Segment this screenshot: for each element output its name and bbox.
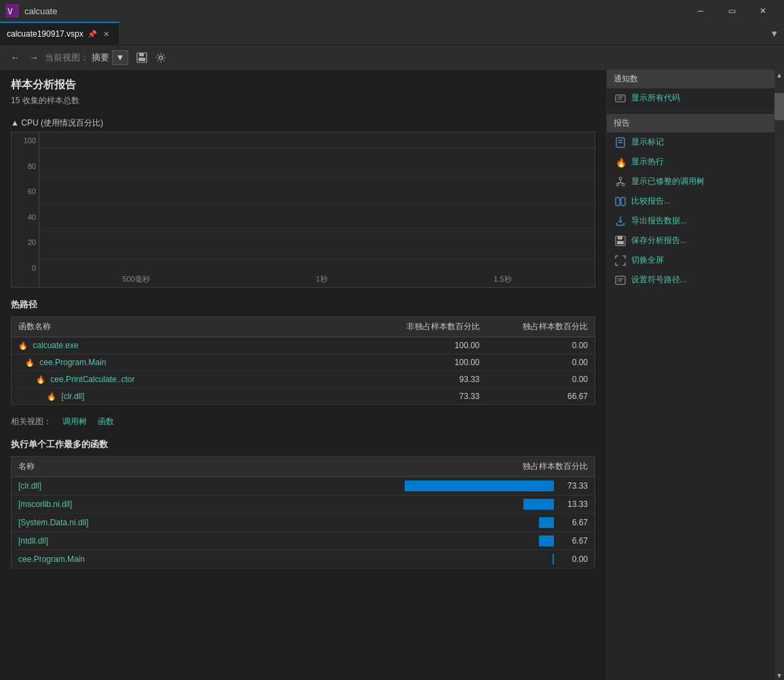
hotpath-inclusive-3: 73.33 xyxy=(378,388,487,405)
func-link-4[interactable]: cee.Program.Main xyxy=(18,554,85,564)
scrollbar: ▲ ▼ xyxy=(774,70,784,680)
grid-line-4 xyxy=(39,231,595,232)
scroll-down-button[interactable]: ▼ xyxy=(774,670,784,680)
func-bar-cell-3: 6.67 xyxy=(398,535,589,546)
sidebar-separator-1 xyxy=(607,111,774,111)
hotpath-func-name-0: 🔥 calcuate.exe xyxy=(12,337,378,354)
view-dropdown-button[interactable]: ▼ xyxy=(112,50,128,65)
tab-calcuate[interactable]: calcuate190917.vspx 📌 ✕ xyxy=(0,22,119,45)
save-report-label: 保存分析报告... xyxy=(631,235,687,246)
func-bar-cell-4: 0.00 xyxy=(398,554,589,565)
func-link-1[interactable]: [mscorlib.ni.dll] xyxy=(18,499,72,509)
view-prefix-label: 当前视图： xyxy=(45,52,89,64)
related-functions-link[interactable]: 函数 xyxy=(98,416,114,428)
y-label-100: 100 xyxy=(14,136,36,145)
show-all-code-label: 显示所有代码 xyxy=(631,92,680,104)
y-axis: 100 80 60 40 20 0 xyxy=(12,132,39,287)
sidebar-compare-reports[interactable]: 比较报告... xyxy=(607,191,774,211)
svg-line-17 xyxy=(618,183,620,183)
restore-button[interactable]: ▭ xyxy=(716,0,747,22)
settings-button[interactable] xyxy=(153,50,169,66)
report-header: 样本分析报告 15 收集的样本总数 xyxy=(11,78,595,107)
hotpath-func-link-0[interactable]: calcuate.exe xyxy=(33,341,78,350)
close-button[interactable]: ✕ xyxy=(747,0,779,22)
chart-area: 500毫秒 1秒 1.5秒 xyxy=(39,132,595,287)
hotpath-exclusive-2: 0.00 xyxy=(487,371,595,388)
func-bar-0 xyxy=(405,480,554,491)
grid-line-5 xyxy=(39,259,595,260)
show-marks-icon xyxy=(615,137,626,148)
svg-point-15 xyxy=(622,183,624,186)
table-row: [clr.dll]73.33 xyxy=(12,477,595,495)
func-display-value-4: 0.00 xyxy=(559,554,588,564)
related-calltree-link[interactable]: 调用树 xyxy=(62,416,87,428)
func-name-4: cee.Program.Main xyxy=(12,550,392,569)
sidebar-symbol-path[interactable]: 设置符号路径... xyxy=(607,270,774,290)
x-label-1s: 1秒 xyxy=(316,274,327,284)
hotpath-section: 热路径 函数名称 非独占样本数百分比 独占样本数百分比 xyxy=(11,299,595,405)
hotpath-exclusive-3: 66.67 xyxy=(487,388,595,405)
svg-point-14 xyxy=(616,183,619,186)
x-label-1-5s: 1.5秒 xyxy=(493,274,511,284)
func-name-0: [clr.dll] xyxy=(12,477,392,495)
svg-rect-20 xyxy=(621,197,625,206)
sidebar-export-data[interactable]: 导出报告数据... xyxy=(607,211,774,231)
table-row: 🔥 cee.PrintCalculate..ctor 93.33 0.00 xyxy=(12,371,595,388)
content-area: 样本分析报告 15 收集的样本总数 ▲ CPU (使用情况百分比) 100 80… xyxy=(0,70,606,680)
svg-rect-3 xyxy=(139,53,144,56)
sidebar: 通知数 显示所有代码 报告 显示标记 🔥 显示热行 显示已修整的调用树 xyxy=(606,70,774,680)
related-views: 相关视图： 调用树 函数 xyxy=(11,416,595,428)
sidebar-show-hot-lines[interactable]: 🔥 显示热行 xyxy=(607,152,774,172)
sidebar-report-header: 报告 xyxy=(607,114,774,132)
func-link-3[interactable]: [ntdll.dll] xyxy=(18,536,48,546)
show-hot-lines-label: 显示热行 xyxy=(631,156,664,168)
sidebar-show-all-code[interactable]: 显示所有代码 xyxy=(607,88,774,108)
y-label-40: 40 xyxy=(14,213,36,221)
sidebar-fullscreen[interactable]: 切换全屏 xyxy=(607,250,774,270)
svg-rect-23 xyxy=(618,236,622,240)
forward-button[interactable]: → xyxy=(26,50,42,66)
hotpath-func-link-1[interactable]: cee.Program.Main xyxy=(39,358,106,367)
table-row: 🔥 calcuate.exe 100.00 0.00 xyxy=(12,337,595,354)
hotpath-func-link-3[interactable]: [clr.dll] xyxy=(61,392,84,401)
table-row: [ntdll.dll]6.67 xyxy=(12,532,595,550)
func-bar-1 xyxy=(523,499,554,510)
functions-section: 执行单个工作最多的函数 名称 独占样本数百分比 [clr.dll]73.33[m… xyxy=(11,438,595,569)
export-data-label: 导出报告数据... xyxy=(631,215,687,227)
scroll-up-button[interactable]: ▲ xyxy=(774,70,784,79)
func-name-2: [System.Data.ni.dll] xyxy=(12,514,392,532)
func-bar-cell-0: 73.33 xyxy=(398,480,589,491)
fullscreen-label: 切换全屏 xyxy=(631,254,664,266)
save-button[interactable] xyxy=(134,50,150,66)
related-views-label: 相关视图： xyxy=(11,416,52,428)
table-row: 🔥 [clr.dll] 73.33 66.67 xyxy=(12,388,595,405)
tab-dropdown-button[interactable]: ▼ xyxy=(764,22,784,45)
functions-table-body: [clr.dll]73.33[mscorlib.ni.dll]13.33[Sys… xyxy=(12,477,595,569)
hotpath-func-name-1: 🔥 cee.Program.Main xyxy=(12,354,378,371)
scrollbar-thumb[interactable] xyxy=(774,93,784,120)
table-row: 🔥 cee.Program.Main 100.00 0.00 xyxy=(12,354,595,371)
minimize-button[interactable]: ─ xyxy=(685,0,716,22)
tab-close-button[interactable]: ✕ xyxy=(101,29,112,39)
hotpath-func-link-2[interactable]: cee.PrintCalculate..ctor xyxy=(50,375,134,384)
table-row: cee.Program.Main0.00 xyxy=(12,550,595,569)
func-link-2[interactable]: [System.Data.ni.dll] xyxy=(18,518,88,527)
sidebar-show-marks[interactable]: 显示标记 xyxy=(607,132,774,152)
show-hot-lines-icon: 🔥 xyxy=(615,157,626,168)
y-label-20: 20 xyxy=(14,238,36,246)
sidebar-show-calltree[interactable]: 显示已修整的调用树 xyxy=(607,172,774,191)
cpu-chart: 100 80 60 40 20 0 500毫秒 1秒 1.5 xyxy=(11,132,595,288)
fullscreen-icon xyxy=(615,255,626,266)
grid-line-2 xyxy=(39,176,595,176)
func-link-0[interactable]: [clr.dll] xyxy=(18,481,41,491)
tab-label: calcuate190917.vspx xyxy=(7,29,83,39)
scrollbar-track xyxy=(774,120,784,670)
func-bar-3 xyxy=(539,535,554,546)
hotpath-exclusive-1: 0.00 xyxy=(487,354,595,371)
svg-point-13 xyxy=(619,177,622,180)
sidebar-save-report[interactable]: 保存分析报告... xyxy=(607,231,774,250)
back-button[interactable]: ← xyxy=(7,50,23,66)
toolbar: ← → 当前视图： 摘要 ▼ xyxy=(0,45,784,70)
func-bar-4 xyxy=(553,554,554,565)
cpu-section: ▲ CPU (使用情况百分比) 100 80 60 40 20 0 xyxy=(11,117,595,288)
